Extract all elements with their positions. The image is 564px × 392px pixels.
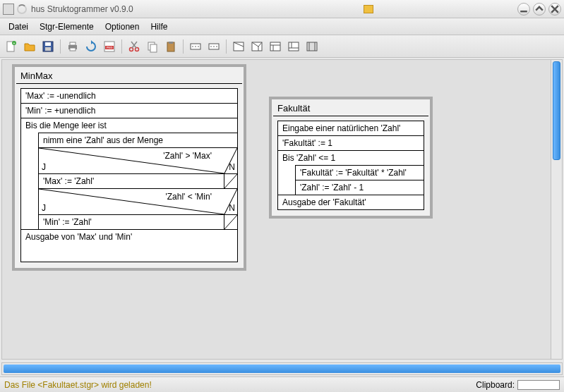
svg-rect-21 bbox=[150, 44, 157, 52]
svg-point-25 bbox=[192, 46, 193, 47]
element-case2-button[interactable] bbox=[248, 38, 265, 55]
sg-body: 'Max' := -unendlich 'Min' := +unendlich … bbox=[20, 88, 238, 262]
svg-point-30 bbox=[213, 46, 215, 47]
menu-elements[interactable]: Stgr-Elemente bbox=[34, 20, 100, 33]
cond-j: J bbox=[42, 162, 46, 172]
paste-button[interactable] bbox=[162, 38, 179, 55]
svg-point-31 bbox=[216, 46, 217, 47]
progress-bar-container bbox=[1, 362, 563, 375]
sg-statement[interactable]: 'Fakultät' := 1 bbox=[278, 136, 424, 151]
refresh-button[interactable] bbox=[83, 38, 100, 55]
status-message: Das File <Fakultaet.stgr> wird geladen! bbox=[4, 380, 476, 390]
empty-branch-icon bbox=[224, 215, 237, 229]
sg-statement[interactable]: 'Min' := 'Zahl' bbox=[39, 215, 224, 229]
block-icon bbox=[208, 40, 220, 53]
sg-statement[interactable]: 'Fakultät' := 'Fakultät' * 'Zahl' bbox=[296, 165, 424, 180]
element-case1-button[interactable] bbox=[230, 38, 247, 55]
struktogram-fakultaet[interactable]: Fakultät Eingabe einer natürlichen 'Zahl… bbox=[269, 97, 433, 219]
save-button[interactable] bbox=[40, 38, 56, 55]
sg-condition[interactable]: 'Zahl' < 'Min' J N 'Min' := 'Zahl' bbox=[39, 189, 237, 229]
close-button[interactable] bbox=[548, 3, 561, 16]
canvas[interactable]: MinMax 'Max' := -unendlich 'Min' := +une… bbox=[1, 59, 563, 360]
svg-line-19 bbox=[131, 42, 136, 48]
svg-marker-12 bbox=[91, 40, 93, 44]
svg-rect-23 bbox=[169, 42, 173, 44]
cond-n: N bbox=[229, 203, 235, 213]
loading-spinner-icon bbox=[17, 4, 27, 14]
export-png-button[interactable]: PNG bbox=[101, 38, 118, 55]
clipboard-preview bbox=[517, 380, 560, 390]
svg-rect-7 bbox=[45, 42, 51, 46]
cut-button[interactable] bbox=[126, 38, 143, 55]
new-button[interactable]: + bbox=[3, 38, 20, 55]
cond-j: J bbox=[42, 203, 46, 213]
statusbar: Das File <Fakultaet.stgr> wird geladen! … bbox=[0, 376, 564, 392]
refresh-icon bbox=[85, 40, 97, 53]
sg-statement[interactable]: Eingabe einer natürlichen 'Zahl' bbox=[278, 121, 424, 136]
svg-point-26 bbox=[195, 46, 196, 47]
sequence-icon bbox=[189, 40, 202, 53]
open-button[interactable] bbox=[21, 38, 38, 55]
window-title: hus Struktogrammer v0.9.0 bbox=[31, 4, 364, 14]
menubar: Datei Stgr-Elemente Optionen Hilfe bbox=[0, 18, 564, 35]
sg-loop-head: Bis 'Zahl' <= 1 bbox=[278, 151, 424, 165]
element-loop2-button[interactable] bbox=[285, 38, 302, 55]
sg-condition[interactable]: 'Zahl' > 'Max' J N 'Max' := 'Zahl' bbox=[39, 148, 237, 189]
sg-statement[interactable]: 'Min' := +unendlich bbox=[21, 104, 237, 118]
cond-text: 'Zahl' < 'Min' bbox=[165, 192, 212, 202]
sg-body: Eingabe einer natürlichen 'Zahl' 'Fakult… bbox=[277, 121, 424, 210]
svg-rect-41 bbox=[289, 42, 299, 51]
sg-title: Fakultät bbox=[273, 101, 428, 116]
sg-statement[interactable]: 'Max' := 'Zahl' bbox=[39, 174, 224, 188]
empty-branch-icon bbox=[224, 174, 237, 188]
sg-statement[interactable]: Ausgabe der 'Fakultät' bbox=[278, 195, 424, 209]
clipboard-section: Clipboard: bbox=[476, 380, 560, 390]
sg-title: MinMax bbox=[16, 68, 242, 84]
menu-file[interactable]: Datei bbox=[3, 20, 34, 33]
minimize-button[interactable] bbox=[517, 3, 530, 16]
element-loop1-button[interactable] bbox=[267, 38, 284, 55]
png-icon: PNG bbox=[103, 40, 116, 53]
floppy-icon bbox=[42, 40, 54, 53]
sg-statement[interactable]: nimm eine 'Zahl' aus der Menge bbox=[39, 133, 237, 148]
print-button[interactable] bbox=[64, 38, 81, 55]
sg-loop[interactable]: Bis die Menge leer ist nimm eine 'Zahl' … bbox=[21, 118, 237, 230]
dash-icon bbox=[518, 3, 529, 16]
svg-point-27 bbox=[198, 46, 199, 47]
svg-text:PNG: PNG bbox=[107, 46, 113, 49]
new-file-icon: + bbox=[5, 40, 18, 53]
svg-text:+: + bbox=[13, 41, 16, 45]
titlebar: hus Struktogrammer v0.9.0 bbox=[0, 0, 564, 18]
element-sequence-button[interactable] bbox=[187, 38, 204, 55]
svg-point-29 bbox=[210, 46, 212, 47]
scrollbar-thumb[interactable] bbox=[553, 61, 560, 160]
svg-rect-11 bbox=[70, 48, 76, 51]
copy-button[interactable] bbox=[144, 38, 161, 55]
toolbar: + PNG bbox=[0, 35, 564, 58]
loop-head-icon bbox=[269, 40, 282, 53]
toolbar-separator bbox=[121, 39, 122, 54]
element-block-button[interactable] bbox=[205, 38, 222, 55]
toolbar-separator bbox=[183, 39, 184, 54]
sg-loop-head: Bis die Menge leer ist bbox=[21, 118, 237, 133]
subroutine-icon bbox=[306, 40, 318, 53]
clipboard-icon bbox=[164, 40, 177, 53]
sg-statement[interactable]: Ausgabe von 'Max' und 'Min' bbox=[21, 230, 237, 262]
struktogram-minmax[interactable]: MinMax 'Max' := -unendlich 'Min' := +une… bbox=[12, 64, 246, 271]
menu-help[interactable]: Hilfe bbox=[145, 20, 173, 33]
copy-icon bbox=[146, 40, 159, 53]
sg-statement[interactable]: 'Zahl' := 'Zahl' - 1 bbox=[296, 180, 424, 195]
clipboard-label: Clipboard: bbox=[476, 380, 515, 390]
close-icon bbox=[549, 3, 560, 16]
vertical-scrollbar[interactable] bbox=[551, 60, 562, 359]
sg-statement[interactable]: 'Max' := -unendlich bbox=[21, 89, 237, 104]
svg-line-52 bbox=[224, 215, 237, 229]
loop-foot-icon bbox=[287, 40, 300, 53]
case2-icon bbox=[251, 40, 263, 53]
menu-options[interactable]: Optionen bbox=[100, 20, 145, 33]
svg-rect-32 bbox=[234, 42, 244, 51]
sg-loop[interactable]: Bis 'Zahl' <= 1 'Fakultät' := 'Fakultät'… bbox=[278, 151, 424, 195]
element-sub-button[interactable] bbox=[304, 38, 320, 55]
svg-line-18 bbox=[132, 42, 137, 48]
maximize-button[interactable] bbox=[533, 3, 546, 16]
